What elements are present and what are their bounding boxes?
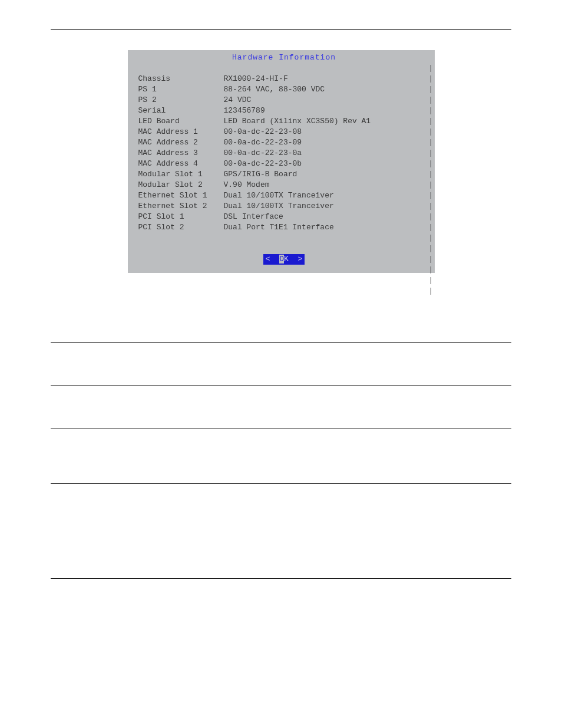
hardware-info-row: Ethernet Slot 1Dual 10/100TX Tranceiver: [138, 190, 430, 201]
hardware-info-row: MAC Address 300-0a-dc-22-23-0a: [138, 148, 430, 159]
hardware-info-row: Ethernet Slot 2Dual 10/100TX Tranceiver: [138, 201, 430, 212]
spacer: [138, 63, 430, 74]
header-right: 1. Basic Configuration: [448, 18, 511, 25]
hw-label: PS 2: [138, 95, 224, 106]
hw-label: LED Board: [138, 116, 224, 127]
hw-value: LED Board (Xilinx XC3S50) Rev A1: [224, 116, 371, 127]
hw-value: 00-0a-dc-22-23-08: [224, 127, 302, 137]
hw-label: Modular Slot 1: [138, 169, 224, 180]
hw-value: 88-264 VAC, 88-300 VDC: [224, 84, 325, 95]
hw-value: V.90 Modem: [224, 180, 270, 190]
hw-value: Dual Port T1E1 Interface: [224, 222, 334, 233]
screenshot-area: Hardware Information ChassisRX1000-24-HI…: [0, 30, 562, 279]
hardware-info-row: MAC Address 400-0a-dc-22-23-0b: [138, 159, 430, 169]
para-optional-hw: ROX supports a variety of optional hardw…: [51, 371, 511, 381]
page-header: ROX™ v1.12 User Guide 1. Basic Configura…: [0, 0, 562, 29]
hw-label: Serial: [138, 106, 224, 116]
hardware-info-row: PS 224 VDC: [138, 95, 430, 106]
ok-button[interactable]: < OK >: [263, 254, 305, 265]
page-footer: RuggedCom 25: [0, 579, 562, 597]
hw-value: 00-0a-dc-22-23-09: [224, 137, 302, 148]
hardware-info-row: ChassisRX1000-24-HI-F: [138, 74, 430, 84]
hw-label: Modular Slot 2: [138, 180, 224, 190]
terminal-dialog: Hardware Information ChassisRX1000-24-HI…: [128, 50, 435, 273]
section-modem: 1.5.1.2. Modem Modules ROX supports opti…: [0, 429, 562, 483]
hardware-info-row: PS 188-264 VAC, 88-300 VDC: [138, 84, 430, 95]
hw-label: MAC Address 2: [138, 137, 224, 148]
hardware-info-row: PCI Slot 2Dual Port T1E1 Interface: [138, 222, 430, 233]
hw-label: Ethernet Slot 1: [138, 190, 224, 201]
bottom-spacer: [0, 484, 562, 578]
page: ROX™ v1.12 User Guide 1. Basic Configura…: [0, 0, 562, 621]
footer-left: RuggedCom: [51, 591, 84, 597]
para-modem-2: Devices with a modem module installed pr…: [51, 469, 511, 479]
hw-value: DSL Interface: [224, 212, 283, 222]
hardware-info-row: MAC Address 200-0a-dc-22-23-09: [138, 137, 430, 148]
hw-value: Dual 10/100TX Tranceiver: [224, 201, 334, 212]
hw-value: GPS/IRIG-B Board: [224, 169, 297, 180]
hw-label: Chassis: [138, 74, 224, 84]
hardware-info-row: Modular Slot 2V.90 Modem: [138, 180, 430, 190]
hw-value: Dual 10/100TX Tranceiver: [224, 190, 334, 201]
hw-label: MAC Address 3: [138, 148, 224, 159]
hardware-info-row: LED BoardLED Board (Xilinx XC3S50) Rev A…: [138, 116, 430, 127]
hw-value: 00-0a-dc-22-23-0b: [224, 159, 302, 169]
hw-label: MAC Address 4: [138, 159, 224, 169]
heading-optional-hw: 1.5.1. Optional Hardware: [51, 356, 511, 368]
hw-label: PCI Slot 1: [138, 212, 224, 222]
header-left: ROX™ v1.12 User Guide: [51, 18, 124, 25]
hw-value: RX1000-24-HI-F: [224, 74, 288, 84]
ok-right: >: [289, 255, 302, 263]
hw-value: 00-0a-dc-22-23-0a: [224, 148, 302, 159]
hardware-info-row: PCI Slot 1DSL Interface: [138, 212, 430, 222]
hw-label: PS 1: [138, 84, 224, 95]
terminal-inner: Hardware Information ChassisRX1000-24-HI…: [128, 50, 435, 273]
figure-caption: Figure 1.7. Hardware Information: [0, 279, 562, 307]
dialog-right-border: ||||||||||||||||||||||: [429, 63, 434, 272]
section-wan: 1.5.1.1. WAN Modules ROX supports option…: [0, 386, 562, 429]
para-wan: ROX supports optional WAN modules for wi…: [51, 414, 511, 424]
hw-value: 24 VDC: [224, 95, 252, 106]
ok-letter-k: K: [284, 255, 289, 263]
dialog-title: Hardware Information: [138, 50, 430, 63]
hardware-info-row: MAC Address 100-0a-dc-22-23-08: [138, 127, 430, 137]
hw-value: 123456789: [224, 106, 265, 116]
ok-left: <: [266, 255, 279, 263]
hardware-info-row: Serial123456789: [138, 106, 430, 116]
heading-wan: 1.5.1.1. WAN Modules: [51, 399, 511, 411]
heading-modem: 1.5.1.2. Modem Modules: [51, 442, 511, 454]
para-modem-1: ROX supports optional internal modem mod…: [51, 457, 511, 467]
hw-label: MAC Address 1: [138, 127, 224, 137]
hardware-info-list: ChassisRX1000-24-HI-FPS 188-264 VAC, 88-…: [138, 74, 430, 233]
section-hw: 1.5. Hardware Support: [0, 307, 562, 342]
hw-label: Ethernet Slot 2: [138, 201, 224, 212]
hw-label: PCI Slot 2: [138, 222, 224, 233]
ok-letter-o: O: [279, 255, 284, 263]
heading-hw-support: 1.5. Hardware Support: [51, 321, 511, 337]
section-opt: 1.5.1. Optional Hardware ROX supports a …: [0, 343, 562, 386]
ok-row: < OK >: [138, 254, 430, 265]
hardware-info-row: Modular Slot 1GPS/IRIG-B Board: [138, 169, 430, 180]
footer-right: 25: [505, 591, 511, 597]
